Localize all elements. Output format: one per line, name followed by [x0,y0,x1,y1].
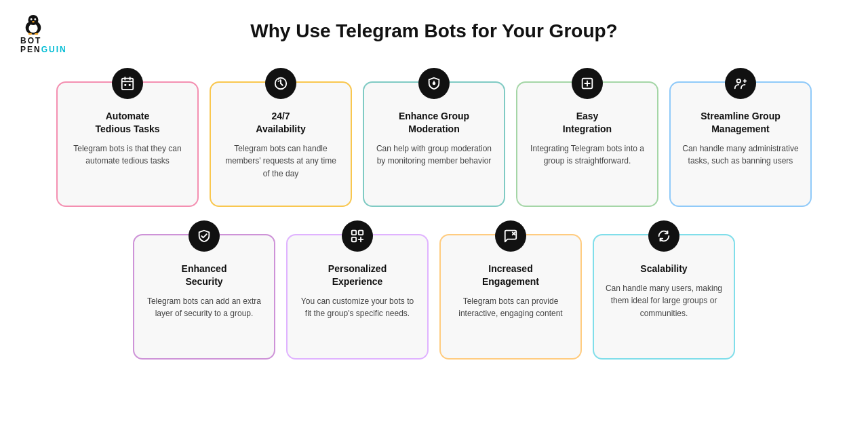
svg-point-3 [31,18,33,20]
card-scalability-title: Scalability [605,263,723,275]
icon-engagement [495,220,526,252]
card-management: Streamline GroupManagement Can handle ma… [669,81,812,207]
card-automate-title: AutomateTedious Tasks [68,110,186,136]
card-automate-desc: Telegram bots is that they can automate … [68,142,186,168]
card-moderation-desc: Can help with group moderation by monito… [375,142,493,168]
card-management-desc: Can handle many administrative tasks, su… [682,142,800,168]
svg-rect-8 [122,79,134,90]
svg-text:24: 24 [277,79,281,83]
card-security-title: EnhancedSecurity [145,263,263,288]
cards-container: AutomateTedious Tasks Telegram bots is t… [27,62,841,366]
svg-point-1 [28,24,37,33]
svg-point-4 [34,18,36,20]
card-personalized-title: PersonalizedExperience [298,263,416,288]
card-moderation: Enhance GroupModeration Can help with gr… [363,81,505,207]
card-management-title: Streamline GroupManagement [682,110,800,136]
icon-scalability [648,220,679,252]
icon-management [725,68,756,99]
logo-text-block: BОТ PENGUIN [20,37,67,54]
card-scalability-desc: Can handle many users, making them ideal… [605,282,723,320]
card-engagement-desc: Telegram bots can provide interactive, e… [452,295,570,320]
icon-automate [112,68,143,99]
card-integration-desc: Integrating Telegram bots into a group i… [528,142,646,168]
svg-rect-12 [124,84,126,86]
row-1: AutomateTedious Tasks Telegram bots is t… [27,81,841,207]
logo-icon [20,14,46,35]
card-availability: 24 24/7Availability Telegram bots can ha… [210,81,352,207]
svg-point-7 [35,33,39,35]
card-availability-desc: Telegram bots can handle members' reques… [222,142,340,180]
logo: BОТ PENGUIN [20,14,67,54]
card-integration: EasyIntegration Integrating Telegram bot… [516,81,658,207]
svg-rect-26 [352,231,356,235]
svg-rect-28 [352,237,356,241]
card-personalized: PersonalizedExperience You can customize… [286,234,429,360]
icon-personalized [342,220,373,252]
svg-line-16 [281,83,283,85]
svg-point-2 [28,15,38,25]
card-scalability: Scalability Can handle many users, makin… [593,234,735,360]
card-automate: AutomateTedious Tasks Telegram bots is t… [56,81,199,207]
logo-line2: PENGUIN [20,45,67,54]
icon-availability: 24 [265,68,296,99]
svg-rect-13 [129,84,131,86]
svg-point-5 [32,21,35,22]
row-2: EnhancedSecurity Telegram bots can add a… [27,234,841,360]
main-title: Why Use Telegram Bots for Your Group? [27,14,841,42]
card-security: EnhancedSecurity Telegram bots can add a… [133,234,275,360]
card-availability-title: 24/7Availability [222,110,340,136]
card-moderation-title: Enhance GroupModeration [375,110,493,136]
card-personalized-desc: You can customize your bots to fit the g… [298,295,416,320]
icon-integration [572,68,603,99]
icon-moderation [418,68,450,99]
card-engagement-title: IncreasedEngagement [452,263,570,288]
card-engagement: IncreasedEngagement Telegram bots can pr… [439,234,582,360]
card-security-desc: Telegram bots can add an extra layer of … [145,295,263,320]
svg-point-23 [737,79,741,83]
icon-security [189,220,220,252]
page: BОТ PENGUIN Why Use Telegram Bots for Yo… [0,0,868,426]
card-integration-title: EasyIntegration [528,110,646,136]
svg-rect-27 [359,231,363,235]
svg-point-6 [28,33,32,35]
svg-point-18 [433,82,436,85]
